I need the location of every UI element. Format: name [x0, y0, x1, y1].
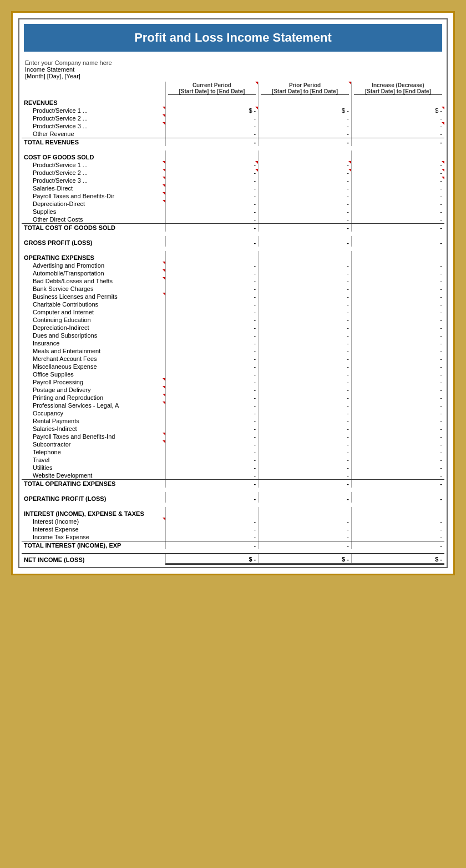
opex-dues: Dues and Subscriptions - - -	[22, 332, 444, 339]
label-col-header	[22, 82, 165, 96]
total-cogs-row: TOTAL COST OF GOODS SOLD - - -	[22, 224, 444, 232]
opex-meals: Meals and Entertainment - - -	[22, 347, 444, 355]
opex-section-header: OPERATING EXPENSES	[22, 251, 444, 262]
outer-border: Profit and Loss Income Statement Enter y…	[11, 11, 455, 575]
cogs-item-1: Product/Service 1 ... - - -	[22, 161, 444, 169]
company-info-area: Enter your Company name here Income Stat…	[19, 56, 447, 82]
opex-utilities: Utilities - - -	[22, 464, 444, 471]
net-income-row: NET INCOME (LOSS) $ - $ - $ -	[22, 554, 444, 564]
opex-printing: Printing and Reproduction - - -	[22, 394, 444, 402]
interest-income: Interest (Income) - - -	[22, 518, 444, 525]
total-interest-row: TOTAL INTEREST (INCOME), EXP - - -	[22, 541, 444, 550]
gross-profit-row: GROSS PROFIT (LOSS) - - -	[22, 236, 444, 247]
opex-licenses: Business Licenses and Permits - - -	[22, 293, 444, 300]
prior-period-header: Prior Period [Start Date] to [End Date]	[259, 82, 352, 96]
opex-website: Website Development - - -	[22, 471, 444, 480]
total-opex-row: TOTAL OPERATING EXPENSES - - -	[22, 480, 444, 488]
cogs-depreciation: Depreciation-Direct - - -	[22, 200, 444, 208]
spacer-3	[22, 247, 444, 251]
opex-merchant: Merchant Account Fees - - -	[22, 355, 444, 363]
opex-professional: Professional Services - Legal, A - - -	[22, 402, 444, 409]
spacer-5	[22, 503, 444, 507]
opex-charitable: Charitable Contributions - - -	[22, 300, 444, 308]
cogs-other: Other Direct Costs - - -	[22, 215, 444, 224]
interest-expense: Interest Expense - - -	[22, 525, 444, 533]
revenue-item-1: Product/Service 1 ... $ - $ - $ -	[22, 107, 444, 114]
increase-header: Increase (Decrease) [Start Date] to [End…	[351, 82, 444, 96]
cogs-item-3: Product/Service 3 ... - - -	[22, 177, 444, 184]
document-title: Profit and Loss Income Statement	[24, 24, 442, 52]
cogs-item-2: Product/Service 2 ... - - -	[22, 169, 444, 177]
current-period-header: Current Period [Start Date] to [End Date…	[165, 82, 259, 96]
revenue-item-other: Other Revenue - - -	[22, 130, 444, 138]
opex-travel: Travel - - -	[22, 456, 444, 464]
income-tax: Income Tax Expense - - -	[22, 533, 444, 541]
cogs-payroll: Payroll Taxes and Benefits-Dir - - -	[22, 192, 444, 200]
spacer-1	[22, 146, 444, 150]
opex-office: Office Supplies - - -	[22, 370, 444, 378]
opex-bad-debts: Bad Debts/Losses and Thefts - - -	[22, 277, 444, 285]
opex-salaries-indirect: Salaries-Indirect - - -	[22, 425, 444, 433]
spacer-6	[22, 549, 444, 554]
opex-telephone: Telephone - - -	[22, 448, 444, 456]
table-wrapper: Current Period [Start Date] to [End Date…	[19, 82, 447, 567]
cogs-section-header: COST OF GOODS SOLD	[22, 150, 444, 161]
operating-profit-row: OPERATING PROFIT (LOSS) - - -	[22, 492, 444, 503]
opex-depreciation: Depreciation-Indirect - - -	[22, 324, 444, 332]
opex-rental: Rental Payments - - -	[22, 417, 444, 425]
revenues-section-header: REVENUES	[22, 96, 444, 107]
cogs-supplies: Supplies - - -	[22, 208, 444, 215]
opex-payroll-proc: Payroll Processing - - -	[22, 378, 444, 386]
opex-postage: Postage and Delivery - - -	[22, 386, 444, 394]
income-statement-table: Current Period [Start Date] to [End Date…	[22, 82, 444, 565]
cogs-salaries: Salaries-Direct - - -	[22, 184, 444, 192]
opex-auto: Automobile/Transportation - - -	[22, 269, 444, 277]
opex-insurance: Insurance - - -	[22, 339, 444, 347]
opex-occupancy: Occupancy - - -	[22, 409, 444, 417]
statement-type: Income Statement	[25, 66, 441, 73]
revenue-item-3: Product/Service 3 ... - - -	[22, 122, 444, 130]
statement-date[interactable]: [Month] [Day], [Year]	[25, 73, 441, 79]
opex-misc: Miscellaneous Expense - - -	[22, 363, 444, 370]
opex-payroll-ind: Payroll Taxes and Benefits-Ind - - -	[22, 433, 444, 440]
company-name[interactable]: Enter your Company name here	[25, 59, 441, 66]
opex-education: Continuing Education - - -	[22, 316, 444, 324]
column-header-row: Current Period [Start Date] to [End Date…	[22, 82, 444, 96]
opex-subcontractor: Subcontractor - - -	[22, 440, 444, 448]
spacer-4	[22, 488, 444, 492]
opex-computer: Computer and Internet - - -	[22, 308, 444, 316]
spacer-2	[22, 232, 444, 236]
opex-advertising: Advertising and Promotion - - -	[22, 262, 444, 269]
interest-section-header: INTEREST (INCOME), EXPENSE & TAXES	[22, 507, 444, 518]
total-revenues-row: TOTAL REVENUES - - -	[22, 138, 444, 147]
opex-bank: Bank Service Charges - - -	[22, 285, 444, 293]
revenue-item-2: Product/Service 2 ... - - -	[22, 114, 444, 122]
inner-container: Profit and Loss Income Statement Enter y…	[18, 18, 448, 568]
